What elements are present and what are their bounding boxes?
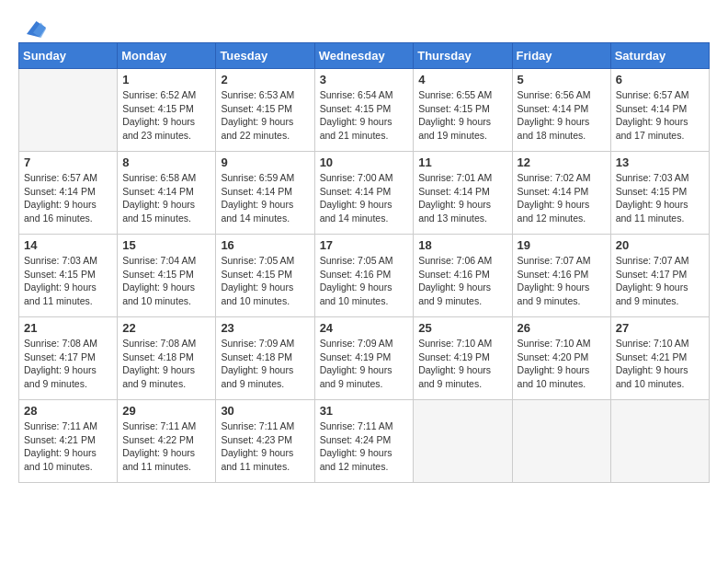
calendar-cell: 14Sunrise: 7:03 AMSunset: 4:15 PMDayligh… (19, 235, 118, 317)
day-info: Sunrise: 7:10 AMSunset: 4:19 PMDaylight:… (418, 337, 506, 391)
calendar-cell: 6Sunrise: 6:57 AMSunset: 4:14 PMDaylight… (610, 69, 709, 152)
header-day-saturday: Saturday (610, 43, 709, 69)
day-info: Sunrise: 7:04 AMSunset: 4:15 PMDaylight:… (122, 254, 210, 308)
week-row-2: 7Sunrise: 6:57 AMSunset: 4:14 PMDaylight… (19, 152, 710, 235)
day-number: 16 (221, 238, 309, 252)
calendar-cell: 11Sunrise: 7:01 AMSunset: 4:14 PMDayligh… (414, 152, 512, 235)
calendar-cell: 26Sunrise: 7:10 AMSunset: 4:20 PMDayligh… (512, 317, 610, 400)
day-number: 7 (24, 155, 112, 169)
header-day-thursday: Thursday (414, 43, 512, 69)
day-number: 6 (616, 73, 704, 86)
calendar-cell: 29Sunrise: 7:11 AMSunset: 4:22 PMDayligh… (118, 400, 216, 483)
calendar-cell: 5Sunrise: 6:56 AMSunset: 4:14 PMDaylight… (512, 69, 610, 152)
day-info: Sunrise: 6:53 AMSunset: 4:15 PMDaylight:… (221, 88, 309, 143)
day-number: 30 (221, 404, 309, 418)
calendar-cell: 15Sunrise: 7:04 AMSunset: 4:15 PMDayligh… (118, 235, 216, 317)
day-number: 22 (122, 321, 210, 335)
header-day-tuesday: Tuesday (216, 43, 314, 69)
calendar-cell: 21Sunrise: 7:08 AMSunset: 4:17 PMDayligh… (19, 317, 118, 400)
day-info: Sunrise: 7:06 AMSunset: 4:16 PMDaylight:… (418, 254, 506, 308)
day-info: Sunrise: 6:59 AMSunset: 4:14 PMDaylight:… (221, 171, 309, 225)
header-day-wednesday: Wednesday (314, 43, 414, 69)
day-number: 1 (122, 73, 210, 86)
calendar-cell: 12Sunrise: 7:02 AMSunset: 4:14 PMDayligh… (512, 152, 610, 235)
logo-icon (20, 15, 46, 40)
day-info: Sunrise: 7:08 AMSunset: 4:18 PMDaylight:… (122, 337, 210, 391)
calendar-cell: 17Sunrise: 7:05 AMSunset: 4:16 PMDayligh… (314, 235, 414, 317)
calendar-cell: 27Sunrise: 7:10 AMSunset: 4:21 PMDayligh… (610, 317, 709, 400)
header-day-sunday: Sunday (19, 43, 118, 69)
week-row-5: 28Sunrise: 7:11 AMSunset: 4:21 PMDayligh… (19, 400, 710, 483)
calendar-cell: 10Sunrise: 7:00 AMSunset: 4:14 PMDayligh… (314, 152, 414, 235)
calendar-cell: 30Sunrise: 7:11 AMSunset: 4:23 PMDayligh… (216, 400, 314, 483)
day-number: 8 (122, 155, 210, 169)
calendar-cell: 24Sunrise: 7:09 AMSunset: 4:19 PMDayligh… (314, 317, 414, 400)
calendar-cell (19, 69, 118, 152)
header-day-monday: Monday (118, 43, 216, 69)
day-number: 17 (320, 238, 409, 252)
day-info: Sunrise: 6:54 AMSunset: 4:15 PMDaylight:… (320, 88, 409, 143)
day-number: 31 (320, 404, 409, 418)
calendar-cell: 22Sunrise: 7:08 AMSunset: 4:18 PMDayligh… (118, 317, 216, 400)
day-info: Sunrise: 7:10 AMSunset: 4:21 PMDaylight:… (616, 337, 704, 391)
day-info: Sunrise: 6:57 AMSunset: 4:14 PMDaylight:… (616, 88, 704, 143)
calendar-cell: 1Sunrise: 6:52 AMSunset: 4:15 PMDaylight… (118, 69, 216, 152)
day-number: 4 (418, 73, 506, 86)
day-info: Sunrise: 7:10 AMSunset: 4:20 PMDaylight:… (518, 337, 606, 391)
day-number: 18 (418, 238, 506, 252)
day-number: 9 (221, 155, 309, 169)
day-info: Sunrise: 7:08 AMSunset: 4:17 PMDaylight:… (24, 337, 112, 391)
day-info: Sunrise: 7:03 AMSunset: 4:15 PMDaylight:… (24, 254, 112, 308)
calendar-header-row: SundayMondayTuesdayWednesdayThursdayFrid… (19, 43, 710, 69)
logo (18, 15, 46, 33)
day-number: 28 (24, 404, 112, 418)
day-number: 29 (122, 404, 210, 418)
day-number: 5 (518, 73, 606, 86)
week-row-4: 21Sunrise: 7:08 AMSunset: 4:17 PMDayligh… (19, 317, 710, 400)
calendar-cell (610, 400, 709, 483)
day-number: 10 (320, 155, 409, 169)
calendar-cell: 20Sunrise: 7:07 AMSunset: 4:17 PMDayligh… (610, 235, 709, 317)
calendar-cell: 25Sunrise: 7:10 AMSunset: 4:19 PMDayligh… (414, 317, 512, 400)
day-info: Sunrise: 7:09 AMSunset: 4:18 PMDaylight:… (221, 337, 309, 391)
day-info: Sunrise: 7:02 AMSunset: 4:14 PMDaylight:… (518, 171, 606, 225)
calendar-cell (512, 400, 610, 483)
day-info: Sunrise: 6:52 AMSunset: 4:15 PMDaylight:… (122, 88, 210, 143)
header (18, 15, 710, 33)
day-number: 20 (616, 238, 704, 252)
calendar-cell: 4Sunrise: 6:55 AMSunset: 4:15 PMDaylight… (414, 69, 512, 152)
day-info: Sunrise: 7:07 AMSunset: 4:16 PMDaylight:… (518, 254, 606, 308)
day-number: 21 (24, 321, 112, 335)
week-row-1: 1Sunrise: 6:52 AMSunset: 4:15 PMDaylight… (19, 69, 710, 152)
calendar-cell: 8Sunrise: 6:58 AMSunset: 4:14 PMDaylight… (118, 152, 216, 235)
calendar-cell: 2Sunrise: 6:53 AMSunset: 4:15 PMDaylight… (216, 69, 314, 152)
day-info: Sunrise: 7:00 AMSunset: 4:14 PMDaylight:… (320, 171, 409, 225)
calendar-cell (414, 400, 512, 483)
day-number: 26 (518, 321, 606, 335)
day-number: 23 (221, 321, 309, 335)
day-number: 24 (320, 321, 409, 335)
header-day-friday: Friday (512, 43, 610, 69)
day-info: Sunrise: 7:05 AMSunset: 4:16 PMDaylight:… (320, 254, 409, 308)
calendar-cell: 16Sunrise: 7:05 AMSunset: 4:15 PMDayligh… (216, 235, 314, 317)
day-info: Sunrise: 7:07 AMSunset: 4:17 PMDaylight:… (616, 254, 704, 308)
week-row-3: 14Sunrise: 7:03 AMSunset: 4:15 PMDayligh… (19, 235, 710, 317)
day-number: 15 (122, 238, 210, 252)
day-info: Sunrise: 7:11 AMSunset: 4:24 PMDaylight:… (320, 419, 409, 474)
calendar-cell: 7Sunrise: 6:57 AMSunset: 4:14 PMDaylight… (19, 152, 118, 235)
day-info: Sunrise: 6:56 AMSunset: 4:14 PMDaylight:… (518, 88, 606, 143)
day-number: 27 (616, 321, 704, 335)
day-number: 2 (221, 73, 309, 86)
day-info: Sunrise: 7:01 AMSunset: 4:14 PMDaylight:… (418, 171, 506, 225)
day-info: Sunrise: 7:09 AMSunset: 4:19 PMDaylight:… (320, 337, 409, 391)
calendar-cell: 19Sunrise: 7:07 AMSunset: 4:16 PMDayligh… (512, 235, 610, 317)
calendar-cell: 23Sunrise: 7:09 AMSunset: 4:18 PMDayligh… (216, 317, 314, 400)
calendar-cell: 31Sunrise: 7:11 AMSunset: 4:24 PMDayligh… (314, 400, 414, 483)
calendar-cell: 18Sunrise: 7:06 AMSunset: 4:16 PMDayligh… (414, 235, 512, 317)
day-info: Sunrise: 6:57 AMSunset: 4:14 PMDaylight:… (24, 171, 112, 225)
day-number: 25 (418, 321, 506, 335)
day-info: Sunrise: 7:11 AMSunset: 4:21 PMDaylight:… (24, 419, 112, 474)
day-info: Sunrise: 7:05 AMSunset: 4:15 PMDaylight:… (221, 254, 309, 308)
day-number: 19 (518, 238, 606, 252)
day-number: 13 (616, 155, 704, 169)
